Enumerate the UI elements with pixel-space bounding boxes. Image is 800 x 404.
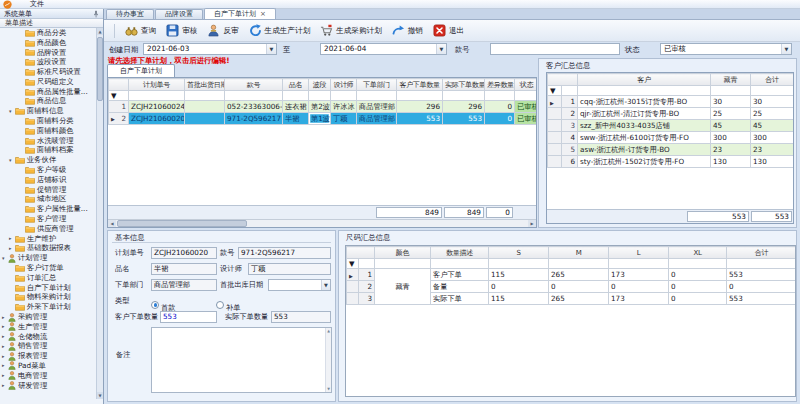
plan-cell-0-10[interactable]: 已审核 xyxy=(515,101,537,113)
customer-row-2[interactable]: 2qjr-浙江杭州-清江订货专用-BO2525 xyxy=(548,108,794,120)
sidebar-item-20[interactable]: 供应商管理 xyxy=(0,224,97,234)
plan-column-header-1[interactable]: 首批出货日期 xyxy=(185,79,225,91)
plan-filter-cell-6[interactable] xyxy=(357,91,397,101)
remark-textarea[interactable]: ▲▼ xyxy=(151,327,332,393)
size-filter-cell-3[interactable] xyxy=(549,259,609,269)
plan-column-header-0[interactable]: 计划单号 xyxy=(129,79,185,91)
sidebar-item-0[interactable]: 商品分类 xyxy=(0,28,97,38)
customer-row-3[interactable]: 3szz_新中州4033-4035店铺4545 xyxy=(548,120,794,132)
plan-filter-cell-7[interactable] xyxy=(397,91,443,101)
toolbar-button-exit[interactable]: 退出 xyxy=(431,23,466,38)
close-icon[interactable]: × xyxy=(260,10,266,18)
plan-column-header-10[interactable]: 状态 xyxy=(515,79,537,91)
toolbar-button-query[interactable]: 查询 xyxy=(123,23,158,38)
plan-cell-1-3[interactable]: 半裙 xyxy=(283,113,309,125)
size-value-cell-2-3[interactable]: 0 xyxy=(669,293,727,305)
size-filter-cell-4[interactable] xyxy=(609,259,669,269)
plan-cell-0-8[interactable]: 296 xyxy=(443,101,485,113)
size-column-header-0[interactable]: 颜色 xyxy=(375,247,431,259)
filter-icon[interactable]: ▼ xyxy=(109,91,129,101)
sidebar-item-31[interactable]: ▸仓储物流 xyxy=(0,332,97,342)
sidebar-item-4[interactable]: 标准尺码设置 xyxy=(0,67,97,77)
sidebar-item-10[interactable]: 面辅料颜色 xyxy=(0,126,97,136)
customer-name-cell[interactable]: szz_新中州4033-4035店铺 xyxy=(578,120,711,132)
plan-cell-1-6[interactable]: 商品管理部 xyxy=(357,113,397,125)
sidebar-item-21[interactable]: ▸生产维护 xyxy=(0,234,97,244)
sidebar-item-6[interactable]: 商品属性批量... xyxy=(0,87,97,97)
sidebar-item-5[interactable]: 尺码组定义 xyxy=(0,77,97,87)
plan-filter-cell-4[interactable] xyxy=(309,91,331,101)
tab-brand-settings[interactable]: 品牌设置 xyxy=(155,9,203,19)
scroll-down-icon[interactable]: ▼ xyxy=(326,387,331,391)
sidebar-item-23[interactable]: ▾计划管理 xyxy=(0,253,97,263)
pin-icon[interactable] xyxy=(92,10,100,18)
scroll-right-icon[interactable]: ▶ xyxy=(528,220,536,227)
scroll-left-icon[interactable]: ◀ xyxy=(108,220,116,227)
sidebar-item-36[interactable]: ▸研发管理 xyxy=(0,381,97,391)
plan-cell-0-3[interactable]: 连衣裙 xyxy=(283,101,309,113)
sidebar-item-7[interactable]: 商品信息 xyxy=(0,97,97,107)
plan-cell-1-1[interactable] xyxy=(185,113,225,125)
scrollbar-thumb[interactable] xyxy=(97,37,103,101)
toolbar-button-audit[interactable]: 审核 xyxy=(164,23,199,38)
customer-total-cell[interactable]: 300 xyxy=(751,132,794,144)
sidebar-item-16[interactable]: 促销管理 xyxy=(0,185,97,195)
sidebar-item-2[interactable]: 品牌设置 xyxy=(0,48,97,58)
size-desc-cell[interactable]: 实际下单 xyxy=(431,293,489,305)
size-value-cell-0-1[interactable]: 265 xyxy=(549,269,609,281)
plan-cell-1-4[interactable]: 第1波 xyxy=(309,113,331,125)
customer-row-4[interactable]: 4sww-浙江杭州-6100订货专用-FO300300 xyxy=(548,132,794,144)
sidebar-item-13[interactable]: ▾业务伙伴 xyxy=(0,155,97,165)
plan-cell-0-0[interactable]: ZCJH21060024 xyxy=(129,101,185,113)
customer-name-cell[interactable]: sww-浙江杭州-6100订货专用-FO xyxy=(578,132,711,144)
size-filter-cell-5[interactable] xyxy=(669,259,727,269)
size-column-header-5[interactable]: XL xyxy=(669,247,727,259)
size-value-cell-2-4[interactable]: 553 xyxy=(727,293,797,305)
sidebar-item-17[interactable]: 城市地区 xyxy=(0,195,97,205)
toolbar-button-gen-purchase-plan[interactable]: 生成采购计划 xyxy=(318,23,384,38)
plan-column-header-5[interactable]: 设计师 xyxy=(331,79,357,91)
plan-grid-tab[interactable]: 自产下单计划 xyxy=(107,64,175,77)
first-ship-date-input[interactable]: ▼ xyxy=(268,279,331,291)
plan-cell-1-8[interactable]: 553 xyxy=(443,113,485,125)
size-column-header-6[interactable]: 合计 xyxy=(727,247,797,259)
plan-grid-hscrollbar[interactable]: ◀ ▶ xyxy=(108,219,536,227)
customer-filter-cell-0[interactable] xyxy=(578,86,711,96)
customer-name-cell[interactable]: asw-浙江杭州-订货专用-BO xyxy=(578,144,711,156)
plan-column-header-7[interactable]: 客户下单数量 xyxy=(397,79,443,91)
sidebar-item-32[interactable]: ▸销售管理 xyxy=(0,342,97,352)
plan-filter-cell-0[interactable] xyxy=(129,91,185,101)
plan-row-1[interactable]: 1ZCJH21060024052-23363006-1连衣裙第2波许冰冰商品管理… xyxy=(109,101,537,113)
radio-icon[interactable] xyxy=(216,301,224,309)
actual-qty-field[interactable]: 553 xyxy=(271,311,331,323)
scroll-up-icon[interactable]: ▲ xyxy=(326,329,331,333)
plan-filter-cell-9[interactable] xyxy=(485,91,515,101)
sidebar-item-3[interactable]: 波段设置 xyxy=(0,57,97,67)
sidebar-item-27[interactable]: 物料采购计划 xyxy=(0,293,97,303)
customer-name-cell[interactable]: sty-浙江杭州-1502订货专用-FO xyxy=(578,156,711,168)
sidebar-item-24[interactable]: 客户订货单 xyxy=(0,263,97,273)
customer-column-header-0[interactable]: 客户 xyxy=(578,74,711,86)
sidebar-item-9[interactable]: 面辅料分类 xyxy=(0,116,97,126)
size-desc-cell[interactable]: 客户下单 xyxy=(431,269,489,281)
toolbar-button-revoke[interactable]: 撤销 xyxy=(390,23,425,38)
customer-qty-field[interactable]: 553 xyxy=(160,311,217,323)
size-filter-cell-6[interactable] xyxy=(727,259,797,269)
scrollbar-thumb[interactable] xyxy=(117,220,247,227)
sidebar-item-29[interactable]: ▸采购管理 xyxy=(0,312,97,322)
plan-cell-0-7[interactable]: 296 xyxy=(397,101,443,113)
sidebar-column-header[interactable]: 菜单描述 xyxy=(0,19,103,28)
plan-cell-0-5[interactable]: 许冰冰 xyxy=(331,101,357,113)
sidebar-item-30[interactable]: ▸生产管理 xyxy=(0,322,97,332)
customer-name-cell[interactable]: qjr-浙江杭州-清江订货专用-BO xyxy=(578,108,711,120)
plan-cell-1-9[interactable]: 0 xyxy=(485,113,515,125)
customer-qty-cell[interactable]: 30 xyxy=(711,96,751,108)
plan-filter-cell-1[interactable] xyxy=(185,91,225,101)
size-value-cell-1-2[interactable]: 0 xyxy=(609,281,669,293)
size-column-header-3[interactable]: M xyxy=(549,247,609,259)
size-value-cell-0-3[interactable]: 0 xyxy=(669,269,727,281)
dept-field[interactable]: 商品管理部 xyxy=(151,279,217,291)
size-column-header-1[interactable]: 数量描述 xyxy=(431,247,489,259)
size-value-cell-2-2[interactable]: 173 xyxy=(609,293,669,305)
size-value-cell-0-4[interactable]: 553 xyxy=(727,269,797,281)
